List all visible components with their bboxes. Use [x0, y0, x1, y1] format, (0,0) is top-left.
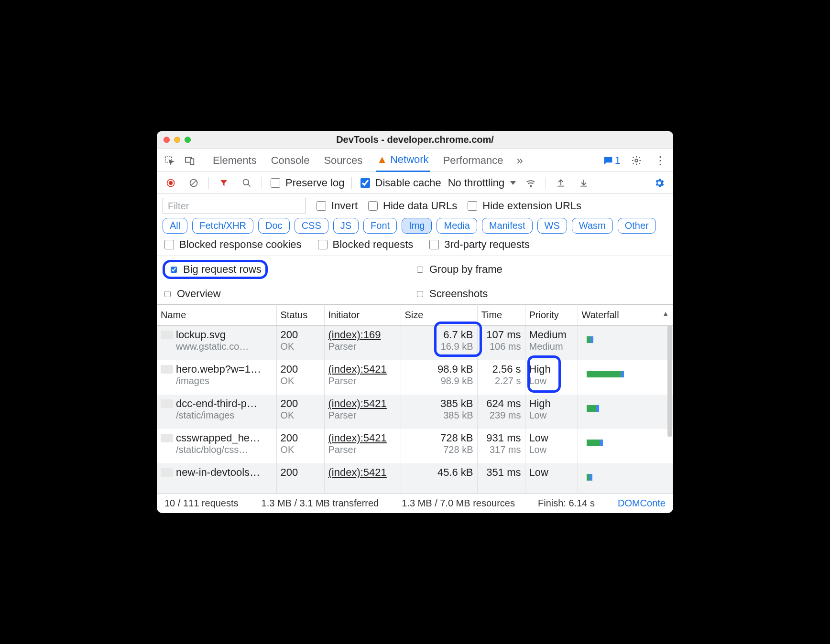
- blocked-response-cookies-checkbox[interactable]: Blocked response cookies: [163, 238, 302, 251]
- type-pill-all[interactable]: All: [163, 218, 187, 234]
- col-name[interactable]: Name: [157, 305, 276, 326]
- clear-icon[interactable]: [186, 175, 202, 191]
- tab-network[interactable]: ▲ Network: [376, 149, 429, 172]
- type-pill-doc[interactable]: Doc: [258, 218, 290, 234]
- tab-sources[interactable]: Sources: [323, 150, 363, 172]
- group-by-frame-checkbox[interactable]: Group by frame: [415, 260, 667, 279]
- type-pill-js[interactable]: JS: [333, 218, 359, 234]
- col-waterfall[interactable]: Waterfall: [578, 305, 673, 326]
- third-party-requests-checkbox[interactable]: 3rd-party requests: [427, 238, 530, 251]
- request-latency: 239 ms: [481, 410, 521, 421]
- record-button-icon[interactable]: [163, 175, 179, 191]
- blocked-requests-checkbox[interactable]: Blocked requests: [316, 238, 414, 251]
- request-initiator-type: Parser: [328, 410, 397, 421]
- request-latency: 106 ms: [481, 341, 521, 352]
- more-tabs-chevron-icon[interactable]: »: [517, 154, 523, 167]
- network-conditions-icon[interactable]: [523, 175, 539, 191]
- status-finish: Finish: 6.14 s: [538, 498, 595, 509]
- col-time[interactable]: Time: [477, 305, 525, 326]
- tab-console[interactable]: Console: [270, 150, 311, 172]
- request-time: 107 ms: [481, 329, 521, 341]
- request-size-uncompressed: 16.9 kB: [405, 341, 473, 352]
- status-transferred: 1.3 MB / 3.1 MB transferred: [262, 498, 379, 509]
- request-priority: Medium: [529, 329, 574, 341]
- big-request-rows-checkbox[interactable]: [171, 267, 177, 273]
- type-pill-font[interactable]: Font: [363, 218, 397, 234]
- table-row[interactable]: dcc-end-third-p…/static/images200OK(inde…: [157, 395, 673, 429]
- big-request-rows-highlight: Big request rows: [163, 260, 268, 279]
- request-size: 385 kB: [405, 397, 473, 410]
- issues-button[interactable]: 1: [603, 154, 621, 167]
- tab-elements[interactable]: Elements: [212, 150, 258, 172]
- request-initiator[interactable]: (index):5421: [328, 363, 397, 376]
- col-initiator[interactable]: Initiator: [324, 305, 401, 326]
- tab-performance[interactable]: Performance: [442, 150, 504, 172]
- invert-checkbox[interactable]: Invert: [315, 200, 358, 212]
- disable-cache-checkbox[interactable]: Disable cache: [359, 177, 441, 189]
- request-initiator[interactable]: (index):5421: [328, 466, 397, 479]
- preserve-log-checkbox[interactable]: Preserve log: [269, 177, 345, 189]
- kebab-menu-icon[interactable]: ⋮: [652, 152, 668, 169]
- window-zoom-button[interactable]: [185, 137, 191, 143]
- search-icon[interactable]: [239, 175, 255, 191]
- request-priority: High: [529, 397, 574, 410]
- file-thumb-icon: [161, 468, 173, 477]
- col-status[interactable]: Status: [276, 305, 324, 326]
- table-row[interactable]: lockup.svgwww.gstatic.co…200OK(index):16…: [157, 326, 673, 360]
- request-size-uncompressed: 98.9 kB: [405, 376, 473, 386]
- screenshots-checkbox[interactable]: Screenshots: [415, 288, 667, 300]
- request-path: /static/images: [176, 410, 257, 421]
- request-time: 2.56 s: [481, 363, 521, 376]
- request-status-text: OK: [281, 444, 320, 455]
- table-row[interactable]: new-in-devtools…200(index):542145.6 kB35…: [157, 463, 673, 494]
- window-close-button[interactable]: [164, 137, 170, 143]
- type-pill-wasm[interactable]: Wasm: [572, 218, 613, 234]
- device-toolbar-icon[interactable]: [182, 152, 198, 169]
- hide-extension-urls-checkbox[interactable]: Hide extension URLs: [466, 200, 581, 212]
- table-header-row: Name Status Initiator Size Time Priority…: [157, 305, 673, 326]
- vertical-scrollbar[interactable]: [667, 322, 672, 437]
- col-priority[interactable]: Priority: [525, 305, 578, 326]
- request-status: 200: [281, 363, 320, 376]
- request-initiator[interactable]: (index):5421: [328, 432, 397, 444]
- hide-data-urls-checkbox[interactable]: Hide data URLs: [366, 200, 457, 212]
- type-pill-media[interactable]: Media: [437, 218, 477, 234]
- type-pill-manifest[interactable]: Manifest: [482, 218, 533, 234]
- preserve-log-label: Preserve log: [285, 177, 345, 189]
- network-settings-gear-icon[interactable]: [651, 175, 667, 191]
- type-pill-fetchxhr[interactable]: Fetch/XHR: [192, 218, 253, 234]
- type-pill-ws[interactable]: WS: [537, 218, 567, 234]
- window-minimize-button[interactable]: [174, 137, 180, 143]
- inspect-element-icon[interactable]: [162, 152, 178, 169]
- throttling-select[interactable]: No throttling: [448, 177, 516, 189]
- upload-har-icon[interactable]: [553, 175, 569, 191]
- col-size[interactable]: Size: [401, 305, 477, 326]
- table-row[interactable]: hero.webp?w=1…/images200OK(index):5421Pa…: [157, 360, 673, 395]
- settings-gear-icon[interactable]: [628, 152, 644, 169]
- svg-point-5: [169, 181, 173, 184]
- warning-icon: ▲: [377, 153, 387, 166]
- request-status: 200: [281, 432, 320, 444]
- request-name: hero.webp?w=1…: [176, 363, 261, 376]
- file-thumb-icon: [161, 365, 173, 374]
- overview-checkbox[interactable]: Overview: [163, 288, 415, 300]
- type-pill-other[interactable]: Other: [618, 218, 656, 234]
- request-priority-initial: Medium: [529, 341, 574, 352]
- type-pill-css[interactable]: CSS: [295, 218, 328, 234]
- request-name: dcc-end-third-p…: [176, 397, 257, 410]
- request-status: 200: [281, 397, 320, 410]
- request-priority-initial: Low: [529, 444, 574, 455]
- request-path: /images: [176, 376, 261, 386]
- request-time: 624 ms: [481, 397, 521, 410]
- request-initiator[interactable]: (index):5421: [328, 397, 397, 410]
- type-pill-img[interactable]: Img: [402, 218, 432, 234]
- svg-line-7: [191, 181, 196, 185]
- download-har-icon[interactable]: [576, 175, 592, 191]
- request-size: 98.9 kB: [405, 363, 473, 376]
- request-initiator[interactable]: (index):169: [328, 329, 397, 341]
- panel-tabbar: Elements Console Sources ▲ Network Perfo…: [157, 149, 673, 172]
- table-row[interactable]: csswrapped_he…/static/blog/css…200OK(ind…: [157, 429, 673, 463]
- network-toolbar: Preserve log Disable cache No throttling: [157, 172, 673, 194]
- filter-icon[interactable]: [216, 175, 232, 191]
- filter-input[interactable]: Filter: [163, 198, 306, 214]
